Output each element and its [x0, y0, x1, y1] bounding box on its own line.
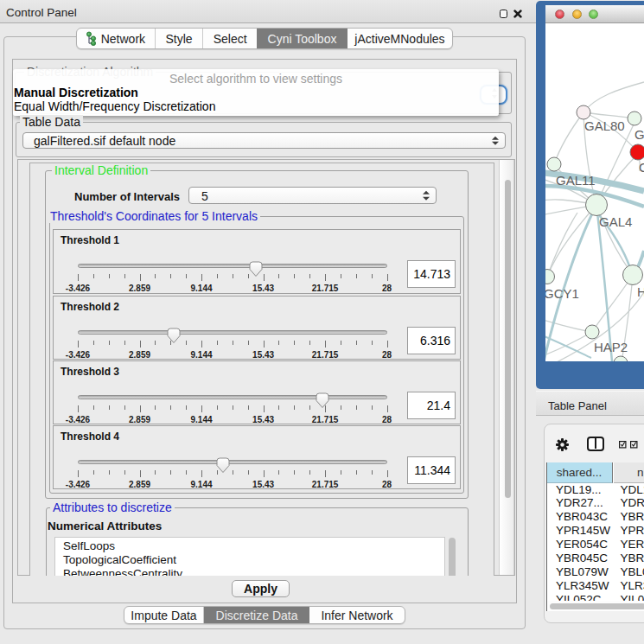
svg-text:HIS: HIS: [637, 284, 644, 299]
svg-text:GAL80: GAL80: [584, 118, 625, 133]
svg-text:GAL4: GAL4: [599, 214, 632, 229]
svg-text:GAL11: GAL11: [556, 173, 596, 188]
svg-text:GAL1: GAL1: [634, 127, 644, 142]
svg-text:HAP2: HAP2: [594, 340, 628, 354]
svg-text:CRP: CRP: [639, 160, 644, 175]
svg-text:GCY1: GCY1: [545, 286, 579, 301]
